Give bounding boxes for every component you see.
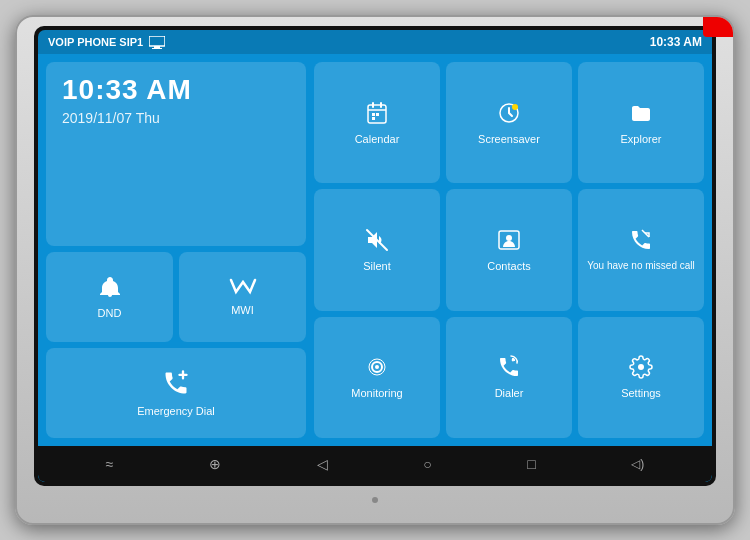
monitoring-label: Monitoring [351,387,402,399]
svg-point-11 [512,104,518,110]
app-screensaver[interactable]: Screensaver [446,62,572,183]
time-widget: 10:33 AM 2019/11/07 Thu [46,62,306,246]
calendar-icon [365,101,389,129]
settings-icon [629,355,653,383]
app-dialer[interactable]: Dialer [446,317,572,438]
bell-icon [98,275,122,303]
mwi-icon [229,278,257,300]
nav-recents-button[interactable]: □ [519,452,543,476]
contacts-label: Contacts [487,260,530,272]
settings-label: Settings [621,387,661,399]
dnd-mwi-row: DND MWI [46,252,306,342]
svg-rect-2 [152,48,162,49]
mwi-label: MWI [231,304,254,316]
emergency-dial-label: Emergency Dial [137,405,215,417]
app-monitoring[interactable]: Monitoring [314,317,440,438]
svg-point-17 [375,365,379,369]
dnd-label: DND [98,307,122,319]
dnd-button[interactable]: DND [46,252,173,342]
device-name-label: VOIP PHONE SIP1 [48,36,143,48]
app-explorer[interactable]: Explorer [578,62,704,183]
nav-bar: ≈ ⊕ ◁ ○ □ ◁) [38,446,712,482]
nav-home-button[interactable]: ○ [415,452,439,476]
svg-rect-8 [376,113,379,116]
silent-label: Silent [363,260,391,272]
folder-icon [629,101,653,129]
calendar-label: Calendar [355,133,400,145]
svg-rect-0 [149,36,165,46]
camera-icon [365,355,389,383]
device-bottom-bar [372,486,378,514]
app-grid: Calendar Screensaver [314,62,704,438]
status-bar: VOIP PHONE SIP1 10:33 AM [38,30,712,54]
svg-rect-7 [372,113,375,116]
clock-display: 10:33 AM [62,74,290,106]
screen-bezel: VOIP PHONE SIP1 10:33 AM [34,26,716,486]
status-time: 10:33 AM [650,35,702,49]
emergency-phone-icon [162,369,190,401]
status-left: VOIP PHONE SIP1 [48,36,165,49]
explorer-label: Explorer [621,133,662,145]
dialer-icon [497,355,521,383]
missed-call-label: You have no missed call [587,259,694,272]
app-contacts[interactable]: Contacts [446,189,572,310]
nav-back-button[interactable]: ◁ [309,452,336,476]
monitor-icon [149,36,165,49]
screensaver-icon [497,101,521,129]
contacts-icon [497,228,521,256]
svg-rect-9 [372,117,375,120]
nav-volume-down-button[interactable]: ◁) [623,453,652,475]
mwi-button[interactable]: MWI [179,252,306,342]
red-indicator [703,17,733,37]
screen: VOIP PHONE SIP1 10:33 AM [38,30,712,482]
app-missed-call[interactable]: You have no missed call [578,189,704,310]
svg-point-19 [638,364,644,370]
screensaver-label: Screensaver [478,133,540,145]
phone-missed-icon [629,228,653,255]
left-panel: 10:33 AM 2019/11/07 Thu DND [46,62,306,438]
silent-icon [365,228,389,256]
app-silent[interactable]: Silent [314,189,440,310]
date-display: 2019/11/07 Thu [62,110,290,126]
nav-volume-button[interactable]: ⊕ [201,452,229,476]
app-calendar[interactable]: Calendar [314,62,440,183]
svg-point-14 [506,235,512,241]
emergency-dial-button[interactable]: Emergency Dial [46,348,306,438]
led-indicator [372,497,378,503]
svg-rect-1 [154,46,160,48]
main-content: 10:33 AM 2019/11/07 Thu DND [38,54,712,446]
app-settings[interactable]: Settings [578,317,704,438]
nav-menu-button[interactable]: ≈ [98,452,122,476]
device-frame: VOIP PHONE SIP1 10:33 AM [15,15,735,525]
dialer-label: Dialer [495,387,524,399]
